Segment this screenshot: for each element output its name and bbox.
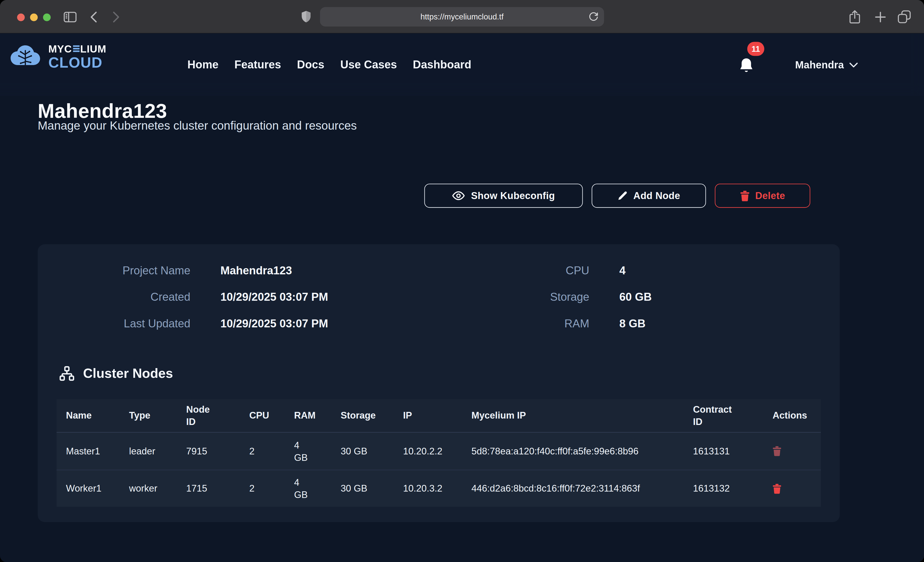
detail-ram: RAM 8 GB [450, 317, 652, 331]
web-page: Mahendra123 Manage your Kubernetes clust… [0, 34, 924, 562]
add-node-label: Add Node [633, 190, 680, 201]
cluster-nodes-title: Cluster Nodes [83, 366, 173, 381]
detail-created: Created 10/29/2025 03:07 PM [38, 290, 328, 304]
nav-link-docs[interactable]: Docs [297, 58, 324, 71]
user-name: Mahendra [795, 59, 844, 71]
address-bar[interactable]: https://myceliumcloud.tf [320, 7, 604, 27]
table-header-row: Name Type Node ID CPU RAM Storage IP Myc… [57, 399, 821, 433]
brand-logo[interactable]: MYCLIUM CLOUD [8, 43, 106, 71]
nav-links: Home Features Docs Use Cases Dashboard [188, 34, 471, 96]
detail-label: Project Name [38, 264, 190, 278]
tab-overview-icon[interactable] [898, 0, 911, 34]
col-header-mycelium-ip: Mycelium IP [462, 410, 684, 421]
detail-value: 10/29/2025 03:07 PM [220, 290, 328, 304]
window-controls [17, 13, 51, 21]
cell-name: Worker1 [57, 483, 120, 494]
cell-cpu: 2 [240, 483, 285, 494]
detail-value: 8 GB [620, 317, 645, 331]
cell-node-id: 1715 [177, 483, 240, 494]
show-kubeconfig-button[interactable]: Show Kubeconfig [424, 184, 583, 208]
cell-mycelium-ip: 446:d2a6:8bcd:8c16:ff0f:72e2:3114:863f [462, 482, 684, 495]
chevron-down-icon [849, 62, 858, 67]
pencil-icon [618, 191, 627, 201]
screenshot-stage: https://myceliumcloud.tf [0, 0, 924, 562]
col-header-name: Name [57, 410, 120, 421]
delete-label: Delete [755, 190, 785, 201]
cell-ram: 4 GB [285, 439, 332, 463]
detail-value: 60 GB [620, 290, 652, 304]
brand-e-glyph [73, 45, 79, 53]
cell-cpu: 2 [240, 446, 285, 456]
cell-name: Master1 [57, 446, 120, 456]
reload-icon[interactable] [588, 11, 598, 22]
nav-link-use-cases[interactable]: Use Cases [340, 58, 397, 71]
privacy-shield-icon[interactable] [301, 0, 311, 34]
add-node-button[interactable]: Add Node [592, 184, 706, 208]
brand-cloud: CLOUD [48, 55, 106, 70]
share-icon[interactable] [849, 0, 861, 34]
cell-ram: 4 GB [285, 476, 332, 501]
brand-lium: LIUM [80, 44, 106, 54]
delete-node-button[interactable] [772, 484, 781, 493]
cluster-nodes-heading: Cluster Nodes [59, 366, 173, 381]
detail-storage: Storage 60 GB [450, 290, 652, 304]
cell-type: leader [120, 446, 177, 456]
delete-node-button[interactable] [772, 446, 781, 456]
notification-count-badge: 11 [747, 42, 765, 56]
address-bar-url: https://myceliumcloud.tf [420, 12, 503, 21]
table-row: Master1 leader 7915 2 4 GB 30 GB 10.20.2… [57, 433, 821, 470]
cell-actions [763, 484, 821, 493]
brand-myc: MYC [48, 44, 72, 54]
cluster-nodes-table: Name Type Node ID CPU RAM Storage IP Myc… [57, 399, 821, 507]
cell-type: worker [120, 483, 177, 494]
site-navbar: MYCLIUM CLOUD Home Features Docs Use Cas… [0, 34, 924, 96]
nav-link-home[interactable]: Home [188, 58, 219, 71]
page-subtitle: Manage your Kubernetes cluster configura… [38, 119, 357, 132]
cell-contract-id: 1613132 [684, 483, 763, 494]
col-header-ram: RAM [285, 410, 332, 421]
col-header-contract-id: Contract ID [684, 403, 763, 428]
cell-storage: 30 GB [331, 483, 394, 494]
detail-value: 4 [620, 264, 626, 278]
detail-label: RAM [450, 317, 590, 331]
zoom-window-button[interactable] [43, 13, 51, 21]
cloud-logo-icon [8, 43, 42, 71]
details-right-column: CPU 4 Storage 60 GB RAM 8 GB [450, 264, 652, 343]
cluster-details-panel: Project Name Mahendra123 Created 10/29/2… [38, 244, 840, 522]
browser-toolbar: https://myceliumcloud.tf [0, 0, 924, 34]
trash-icon [740, 190, 749, 201]
col-header-actions: Actions [763, 410, 821, 421]
detail-label: Storage [450, 290, 590, 304]
detail-label: Created [38, 290, 190, 304]
sidebar-toggle-icon[interactable] [64, 0, 76, 34]
col-header-node-id: Node ID [177, 403, 240, 428]
back-icon[interactable] [90, 0, 98, 34]
detail-last-updated: Last Updated 10/29/2025 03:07 PM [38, 317, 328, 331]
eye-icon [452, 191, 465, 201]
cell-contract-id: 1613131 [684, 446, 763, 456]
detail-value: Mahendra123 [220, 264, 292, 278]
col-header-ip: IP [394, 410, 462, 421]
user-menu[interactable]: Mahendra [795, 34, 858, 96]
nav-link-features[interactable]: Features [234, 58, 281, 71]
new-tab-icon[interactable] [874, 0, 886, 34]
delete-cluster-button[interactable]: Delete [715, 184, 810, 208]
cell-ip: 10.20.2.2 [394, 446, 462, 456]
nav-link-dashboard[interactable]: Dashboard [413, 58, 471, 71]
detail-label: CPU [450, 264, 590, 278]
cell-mycelium-ip: 5d8:78ea:a120:f40c:ff0f:a5fe:99e6:8b96 [462, 445, 684, 458]
details-left-column: Project Name Mahendra123 Created 10/29/2… [38, 264, 328, 343]
browser-window: https://myceliumcloud.tf [0, 0, 924, 562]
col-header-cpu: CPU [240, 410, 285, 421]
table-row: Worker1 worker 1715 2 4 GB 30 GB 10.20.3… [57, 470, 821, 507]
col-header-type: Type [120, 410, 177, 421]
close-window-button[interactable] [17, 13, 25, 21]
show-kubeconfig-label: Show Kubeconfig [471, 190, 555, 201]
brand-wordmark: MYCLIUM CLOUD [48, 44, 106, 70]
col-header-storage: Storage [331, 410, 394, 421]
minimize-window-button[interactable] [30, 13, 38, 21]
detail-project-name: Project Name Mahendra123 [38, 264, 328, 278]
cell-node-id: 7915 [177, 446, 240, 456]
notification-bell-icon[interactable] [738, 57, 754, 75]
forward-icon[interactable] [112, 0, 120, 34]
